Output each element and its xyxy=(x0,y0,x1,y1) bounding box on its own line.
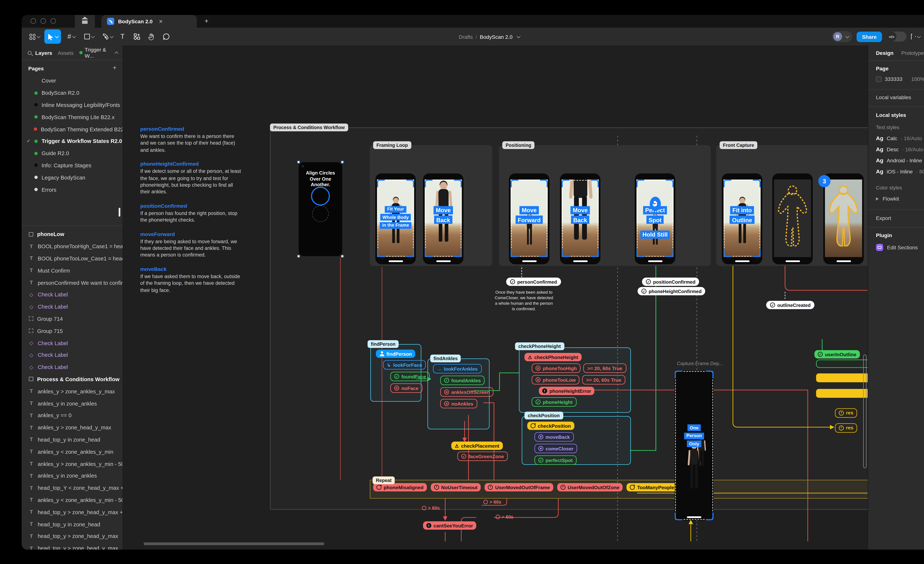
breadcrumb-file[interactable]: BodyScan 2.0 xyxy=(480,34,513,40)
page-item[interactable]: ✓BodyScan R2.0 xyxy=(22,87,123,99)
page-item[interactable]: ✓Trigger & Workflow States R2.0 xyxy=(22,135,123,147)
pill-userInOutline[interactable]: ✓userInOutline xyxy=(814,348,860,359)
new-tab-button[interactable]: + xyxy=(205,17,208,25)
maximize-window-button[interactable] xyxy=(51,18,56,24)
pill-foundFace[interactable]: ✓foundFace xyxy=(390,372,430,381)
layer-item[interactable]: Thead_top_Y < zone_head_y_max + 50 xyxy=(22,482,123,494)
home-button[interactable] xyxy=(75,15,95,28)
pill-phoneHeight[interactable]: ✓phoneHeight xyxy=(532,397,576,407)
sidebar-scrollbar[interactable] xyxy=(118,208,120,217)
selection-handle[interactable] xyxy=(297,255,300,257)
layer-item[interactable]: Tankles_y in zone_ankles xyxy=(22,470,123,482)
layer-item[interactable]: ◇Check Label xyxy=(22,349,123,361)
layer-item[interactable]: Tankles_y > zone_ankles_y_min - 50 xyxy=(22,458,123,470)
canvas-horizontal-scrollbar[interactable] xyxy=(144,542,324,545)
layer-item[interactable]: TMust Confirm xyxy=(22,265,123,277)
plugin-edit-sections[interactable]: Edit Sections xyxy=(887,244,918,250)
tab-prototype[interactable]: Prototype xyxy=(901,50,924,56)
layer-item[interactable]: Thead_top_y in zone_head xyxy=(22,434,123,446)
page-dropdown[interactable]: Trigger & W... xyxy=(79,46,118,59)
pill-UserMovedOutOfFrame[interactable]: UserMovedOutOfFrame xyxy=(485,483,553,491)
phone-mockup[interactable] xyxy=(772,174,813,264)
phone-mockup[interactable]: 3 xyxy=(823,174,864,264)
pill-cantSeeYouError[interactable]: !cantSeeYouError xyxy=(423,521,476,530)
group-label[interactable]: findAnkles xyxy=(430,355,461,362)
pill-findPerson[interactable]: findPerson xyxy=(376,350,415,358)
breadcrumb[interactable]: Drafts / BodyScan 2.0 xyxy=(22,28,924,45)
dev-mode-toggle[interactable]: </> xyxy=(886,31,907,42)
page-item[interactable]: ✓Info: Capture Stages xyxy=(22,159,123,171)
layer-item[interactable]: TBOOL phoneTooLow_Case1 = headAbov... xyxy=(22,253,123,265)
color-style-flowkit[interactable]: Flowkit xyxy=(883,196,899,202)
pill-phoneTooLow[interactable]: ✕phoneTooLow xyxy=(532,375,579,384)
phone-mockup[interactable]: MoveForward xyxy=(509,174,549,264)
badge-personConfirmed[interactable]: ✓personConfirmed xyxy=(506,278,561,286)
panel-label[interactable]: Positioning xyxy=(502,141,535,149)
pill-lookForFace[interactable]: ↳lookForFace xyxy=(383,360,426,370)
layer-item[interactable]: Tankles_y < zone_ankles_y_min xyxy=(22,446,123,458)
pill-phoneMisaligned[interactable]: phoneMisaligned xyxy=(373,483,427,491)
layer-item[interactable]: Tankles_y > zone_head_y_max xyxy=(22,422,123,434)
text-style-row[interactable]: AgCalc· 16/Auto xyxy=(876,135,924,141)
pill-reset-timer[interactable]: res xyxy=(835,405,868,417)
pill-comeCloser[interactable]: comeCloser xyxy=(534,444,578,453)
pill-checkPlacement[interactable]: ⚠checkPlacement xyxy=(451,441,502,450)
pill-noFace[interactable]: ✕noFace xyxy=(390,383,422,393)
page-item[interactable]: ✓Cover xyxy=(22,75,123,87)
selection-handle[interactable] xyxy=(297,161,300,163)
pill-phoneTooHigh[interactable]: ✕phoneTooHigh xyxy=(532,364,580,373)
search-icon[interactable] xyxy=(28,51,32,55)
layer-item[interactable]: Thead_top_y in zone_head xyxy=(22,518,123,530)
avatar[interactable]: R xyxy=(833,32,842,41)
canvas[interactable]: Process & Conditions Workflow xyxy=(22,15,924,550)
tab-assets[interactable]: Assets xyxy=(58,50,74,56)
panel-label[interactable]: Framing Loop xyxy=(373,141,411,149)
phone-mockup[interactable]: MoveBack xyxy=(423,174,464,264)
breadcrumb-folder[interactable]: Drafts xyxy=(459,34,473,40)
chevron-down-icon[interactable] xyxy=(516,34,520,38)
layer-item[interactable]: Group 714 xyxy=(22,313,123,325)
layer-item[interactable]: Group 715 xyxy=(22,325,123,337)
group-findPerson[interactable]: findPerson findPerson↳lookForFace✓foundF… xyxy=(370,344,422,402)
tab-layers[interactable]: Layers xyxy=(35,50,52,56)
pill-phoneHeightError[interactable]: !phoneHeightError xyxy=(539,387,594,395)
pill-timer-condition[interactable]: >= 20, 60s True xyxy=(582,375,625,384)
page-item[interactable]: ✓Inline Messaging Legibility/Fonts xyxy=(22,99,123,111)
page-color-swatch[interactable] xyxy=(876,76,882,82)
close-tab-icon[interactable]: ✕ xyxy=(159,19,163,24)
badge-positionConfirmed[interactable]: ✓positionConfirmed xyxy=(642,278,699,286)
layer-item[interactable]: TpersonConfirmed We want to confirm th..… xyxy=(22,277,123,289)
traffic-lights[interactable] xyxy=(30,18,56,24)
section-label[interactable]: Process & Conditions Workflow xyxy=(270,124,348,131)
file-tab[interactable]: BodyScan 2.0 ✕ xyxy=(102,15,197,28)
add-page-button[interactable]: + xyxy=(113,64,116,71)
pill-checkPosition[interactable]: checkPosition xyxy=(527,422,574,430)
layer-item[interactable]: TBOOL phoneTooHigh_Case1 = headBelo... xyxy=(22,240,123,252)
pill-anklesOffScreen[interactable]: ✕anklesOffScreen xyxy=(440,387,494,397)
panel-label[interactable]: Front Capture xyxy=(720,141,758,149)
group-label[interactable]: checkPhoneHeight xyxy=(515,343,564,350)
pill-perfectSpot[interactable]: ✓perfectSpot xyxy=(534,455,577,465)
page-item[interactable]: ✓Errors xyxy=(22,184,123,196)
layer-item[interactable]: ◇Check Label xyxy=(22,337,123,349)
repeat-lane[interactable]: Repeat phoneMisalignedNoUserTimeoutUserM… xyxy=(370,480,909,499)
pill-timer-condition[interactable]: >= 20, 60s True xyxy=(584,364,626,373)
account-menu[interactable]: R xyxy=(832,31,852,42)
selection-handle[interactable] xyxy=(341,161,344,163)
text-style-row[interactable]: AgDesc· 16/Auto xyxy=(876,146,924,153)
expand-triangle-icon[interactable] xyxy=(876,197,879,200)
layer-item[interactable]: ◇Check Label xyxy=(22,289,123,301)
close-window-button[interactable] xyxy=(30,18,36,24)
page-item[interactable]: ✓BodyScan Theming Lite B22.x xyxy=(22,111,123,123)
minimize-window-button[interactable] xyxy=(40,18,46,24)
pill-lookForAnkles[interactable]: →lookForAnkles xyxy=(433,364,482,373)
text-style-row[interactable]: AgiOS - Inline· 80/110 xyxy=(876,168,924,175)
phone-mockup[interactable]: Fit intoOutline xyxy=(722,174,762,264)
align-circles-phone[interactable]: Align Circles Over One Another. xyxy=(298,162,343,256)
page-opacity[interactable]: 100% xyxy=(911,76,924,82)
page-item[interactable]: ✓BodyScan Theming Extended B22.x xyxy=(22,123,123,135)
page-color-hex[interactable]: 333333 xyxy=(885,76,902,82)
layer-item[interactable]: Tankles_y > zone_ankles_y_max xyxy=(22,385,123,397)
phone-mockup[interactable]: PerfectSpotHold Still xyxy=(635,174,675,264)
pill-UserMovedOutOfZone[interactable]: UserMovedOutOfZone xyxy=(557,483,623,491)
